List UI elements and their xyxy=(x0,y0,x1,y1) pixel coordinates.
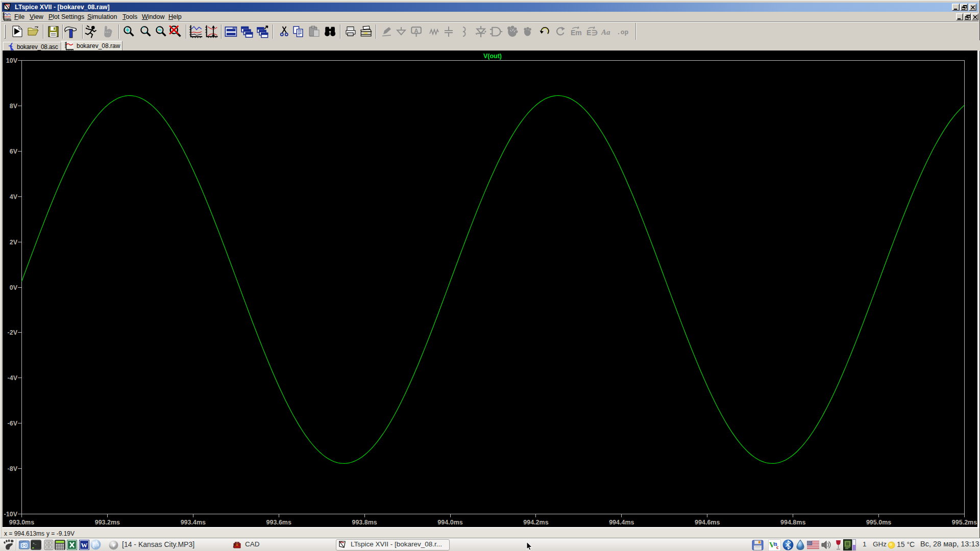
svg-text:∋: ∋ xyxy=(592,29,598,37)
svg-text:Em: Em xyxy=(571,29,582,37)
svg-text:V(out): V(out) xyxy=(483,53,502,60)
svg-text:Aa: Aa xyxy=(601,28,610,36)
svg-text:6V: 6V xyxy=(10,148,18,155)
svg-text:993.0ms: 993.0ms xyxy=(9,519,34,526)
svg-text:995.0ms: 995.0ms xyxy=(866,519,891,526)
svg-text:E: E xyxy=(586,29,591,37)
svg-text:993.4ms: 993.4ms xyxy=(181,519,206,526)
svg-text:4V: 4V xyxy=(10,193,18,201)
svg-text:-6V: -6V xyxy=(8,420,18,427)
svg-text:994.8ms: 994.8ms xyxy=(780,519,805,526)
svg-text:10V: 10V xyxy=(6,57,18,64)
svg-text:.op: .op xyxy=(617,29,629,36)
svg-text:8V: 8V xyxy=(10,103,18,110)
svg-text:994.2ms: 994.2ms xyxy=(523,519,548,526)
svg-text:-4V: -4V xyxy=(8,374,18,382)
svg-text:994.6ms: 994.6ms xyxy=(695,519,720,526)
svg-text:>_: >_ xyxy=(33,542,37,545)
svg-text:-2V: -2V xyxy=(8,329,18,336)
svg-text:A: A xyxy=(414,28,419,34)
svg-text:-10V: -10V xyxy=(4,511,18,518)
svg-text:0V: 0V xyxy=(10,284,18,291)
svg-text:994.0ms: 994.0ms xyxy=(437,519,462,526)
svg-text:W: W xyxy=(81,541,88,549)
svg-text:995.2ms: 995.2ms xyxy=(952,519,977,526)
svg-text:-8V: -8V xyxy=(8,465,18,472)
svg-text:994.4ms: 994.4ms xyxy=(609,519,634,526)
svg-text:993.8ms: 993.8ms xyxy=(352,519,377,526)
svg-text:993.2ms: 993.2ms xyxy=(95,519,120,526)
svg-text:993.6ms: 993.6ms xyxy=(266,519,291,526)
svg-text:2V: 2V xyxy=(10,239,18,246)
svg-text:c: c xyxy=(776,544,779,550)
